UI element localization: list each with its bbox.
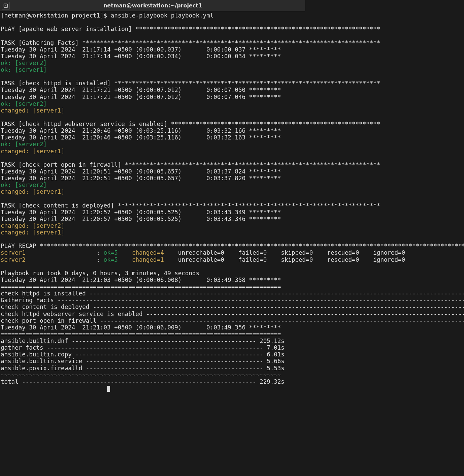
terminal-output[interactable]: [netman@workstation project1]$ ansible-p… [0,11,464,392]
terminal-line: Gathering Facts ------------------------… [1,297,464,304]
terminal-line: Tuesday 30 April 2024 21:20:57 +0500 (0:… [1,216,464,222]
cursor-line [1,385,464,392]
terminal-line: TASK [check port open in firewall] *****… [1,161,464,168]
terminal-line [1,73,464,80]
terminal-line: changed: [server2] [1,222,464,229]
terminal-line [1,263,464,270]
terminal-line: TASK [Gathering Facts] *****************… [1,39,464,46]
terminal-line: Tuesday 30 April 2024 21:17:21 +0500 (0:… [1,94,464,100]
terminal-line: Tuesday 30 April 2024 21:20:51 +0500 (0:… [1,175,464,182]
terminal-line: check httpd webserver service is enabled… [1,311,464,317]
terminal-line: TASK [check httpd is installed] ********… [1,80,464,87]
terminal-line: Tuesday 30 April 2024 21:21:03 +0500 (0:… [1,324,464,331]
terminal-line: ok: [server2] [1,60,464,66]
titlebar-menu-button[interactable] [2,2,10,10]
terminal-line: gather_facts ---------------------------… [1,344,464,351]
terminal-line: TASK [check content is deployed] *******… [1,202,464,209]
cursor [107,386,110,392]
terminal-line: PLAY RECAP *****************************… [1,243,464,249]
terminal-line [1,114,464,121]
terminal-line: [netman@workstation project1]$ ansible-p… [1,12,464,19]
terminal-line: Tuesday 30 April 2024 21:20:46 +0500 (0:… [1,127,464,134]
terminal-line: check httpd is installed ---------------… [1,290,464,297]
terminal-line: ansible.builtin.dnf --------------------… [1,338,464,344]
terminal-line: ok: [server2] [1,182,464,188]
terminal-line: ok: [server2] [1,141,464,148]
terminal-line: PLAY [apache web server installation] **… [1,26,464,32]
terminal-line: Tuesday 30 April 2024 21:17:14 +0500 (0:… [1,46,464,53]
terminal-line: Tuesday 30 April 2024 21:20:46 +0500 (0:… [1,134,464,141]
terminal-icon [3,3,8,8]
terminal-line: changed: [server1] [1,148,464,155]
terminal-line: total ----------------------------------… [1,378,464,385]
terminal-line [1,236,464,243]
terminal-line: Tuesday 30 April 2024 21:21:03 +0500 (0:… [1,277,464,283]
terminal-line: ~~~~~~~~~~~~~~~~~~~~~~~~~~~~~~~~~~~~~~~~… [1,372,464,378]
terminal-line: server1 : ok=5 changed=4 unreachable=0 f… [1,249,464,256]
terminal-line: ansible.posix.firewalld ----------------… [1,365,464,372]
window-title: netman@workstation:~/project1 [0,3,305,9]
terminal-line: changed: [server1] [1,229,464,236]
terminal-line: ansible.builtin.copy -------------------… [1,351,464,358]
terminal-line: ok: [server2] [1,100,464,107]
terminal-line: ok: [server1] [1,66,464,73]
terminal-line: check content is deployed --------------… [1,304,464,310]
terminal-line: Tuesday 30 April 2024 21:17:14 +0500 (0:… [1,53,464,60]
terminal-line: changed: [server1] [1,188,464,195]
terminal-line: Tuesday 30 April 2024 21:17:21 +0500 (0:… [1,87,464,93]
terminal-line [1,32,464,39]
terminal-line: Tuesday 30 April 2024 21:20:57 +0500 (0:… [1,209,464,216]
terminal-line [1,19,464,26]
svg-rect-0 [4,4,8,8]
terminal-line: changed: [server1] [1,107,464,114]
terminal-line: Playbook run took 0 days, 0 hours, 3 min… [1,270,464,277]
terminal-line: Tuesday 30 April 2024 21:20:51 +0500 (0:… [1,168,464,175]
terminal-line: ========================================… [1,331,464,338]
terminal-line: ansible.builtin.service ----------------… [1,358,464,364]
terminal-line [1,155,464,161]
terminal-line: TASK [check httpd webserver service is e… [1,121,464,127]
terminal-line: server2 : ok=5 changed=1 unreachable=0 f… [1,256,464,263]
terminal-line: check port open in firewall ------------… [1,317,464,324]
terminal-line [1,195,464,202]
window-titlebar: netman@workstation:~/project1 [0,0,305,11]
terminal-line: ========================================… [1,283,464,290]
